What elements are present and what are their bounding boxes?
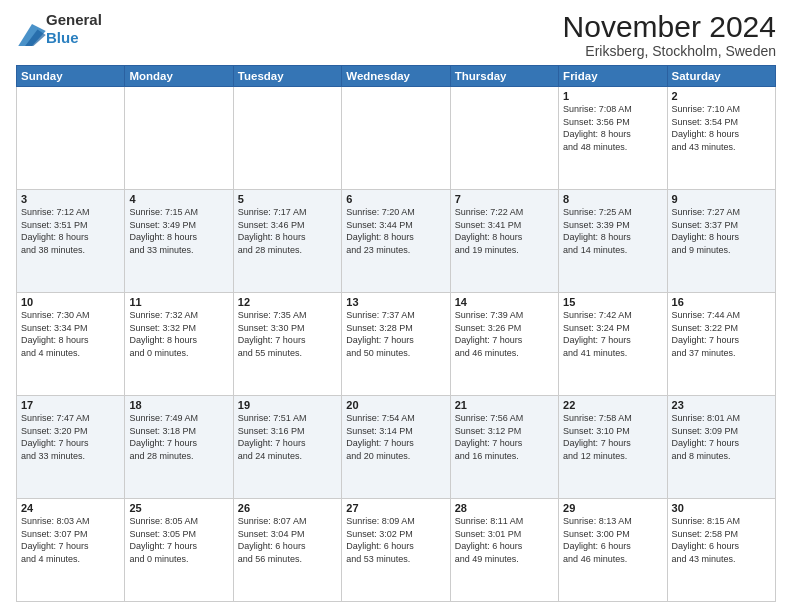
day-number: 5 — [238, 193, 337, 205]
logo-text: General Blue — [46, 10, 102, 46]
day-info: Sunrise: 7:15 AMSunset: 3:49 PMDaylight:… — [129, 206, 228, 256]
day-number: 17 — [21, 399, 120, 411]
day-number: 24 — [21, 502, 120, 514]
day-number: 13 — [346, 296, 445, 308]
day-number: 9 — [672, 193, 771, 205]
table-row: 26Sunrise: 8:07 AMSunset: 3:04 PMDayligh… — [233, 499, 341, 602]
table-row: 12Sunrise: 7:35 AMSunset: 3:30 PMDayligh… — [233, 293, 341, 396]
table-row: 28Sunrise: 8:11 AMSunset: 3:01 PMDayligh… — [450, 499, 558, 602]
day-info: Sunrise: 7:58 AMSunset: 3:10 PMDaylight:… — [563, 412, 662, 462]
day-info: Sunrise: 7:35 AMSunset: 3:30 PMDaylight:… — [238, 309, 337, 359]
table-row: 3Sunrise: 7:12 AMSunset: 3:51 PMDaylight… — [17, 190, 125, 293]
day-number: 11 — [129, 296, 228, 308]
day-info: Sunrise: 7:42 AMSunset: 3:24 PMDaylight:… — [563, 309, 662, 359]
calendar-week-row: 24Sunrise: 8:03 AMSunset: 3:07 PMDayligh… — [17, 499, 776, 602]
table-row: 14Sunrise: 7:39 AMSunset: 3:26 PMDayligh… — [450, 293, 558, 396]
col-wednesday: Wednesday — [342, 66, 450, 87]
day-info: Sunrise: 8:09 AMSunset: 3:02 PMDaylight:… — [346, 515, 445, 565]
table-row: 8Sunrise: 7:25 AMSunset: 3:39 PMDaylight… — [559, 190, 667, 293]
day-number: 23 — [672, 399, 771, 411]
calendar-week-row: 10Sunrise: 7:30 AMSunset: 3:34 PMDayligh… — [17, 293, 776, 396]
day-number: 3 — [21, 193, 120, 205]
day-info: Sunrise: 8:07 AMSunset: 3:04 PMDaylight:… — [238, 515, 337, 565]
day-info: Sunrise: 7:22 AMSunset: 3:41 PMDaylight:… — [455, 206, 554, 256]
day-number: 10 — [21, 296, 120, 308]
table-row — [450, 87, 558, 190]
table-row: 24Sunrise: 8:03 AMSunset: 3:07 PMDayligh… — [17, 499, 125, 602]
table-row: 23Sunrise: 8:01 AMSunset: 3:09 PMDayligh… — [667, 396, 775, 499]
col-thursday: Thursday — [450, 66, 558, 87]
day-info: Sunrise: 7:49 AMSunset: 3:18 PMDaylight:… — [129, 412, 228, 462]
table-row: 19Sunrise: 7:51 AMSunset: 3:16 PMDayligh… — [233, 396, 341, 499]
table-row: 21Sunrise: 7:56 AMSunset: 3:12 PMDayligh… — [450, 396, 558, 499]
day-number: 4 — [129, 193, 228, 205]
day-number: 8 — [563, 193, 662, 205]
day-info: Sunrise: 7:17 AMSunset: 3:46 PMDaylight:… — [238, 206, 337, 256]
table-row — [125, 87, 233, 190]
day-info: Sunrise: 7:27 AMSunset: 3:37 PMDaylight:… — [672, 206, 771, 256]
table-row: 9Sunrise: 7:27 AMSunset: 3:37 PMDaylight… — [667, 190, 775, 293]
table-row: 30Sunrise: 8:15 AMSunset: 2:58 PMDayligh… — [667, 499, 775, 602]
day-number: 7 — [455, 193, 554, 205]
table-row: 7Sunrise: 7:22 AMSunset: 3:41 PMDaylight… — [450, 190, 558, 293]
table-row: 27Sunrise: 8:09 AMSunset: 3:02 PMDayligh… — [342, 499, 450, 602]
table-row: 13Sunrise: 7:37 AMSunset: 3:28 PMDayligh… — [342, 293, 450, 396]
title-block: November 2024 Eriksberg, Stockholm, Swed… — [563, 10, 776, 59]
logo-blue: Blue — [46, 29, 79, 46]
day-number: 6 — [346, 193, 445, 205]
table-row: 4Sunrise: 7:15 AMSunset: 3:49 PMDaylight… — [125, 190, 233, 293]
table-row: 25Sunrise: 8:05 AMSunset: 3:05 PMDayligh… — [125, 499, 233, 602]
calendar-header-row: Sunday Monday Tuesday Wednesday Thursday… — [17, 66, 776, 87]
day-info: Sunrise: 8:15 AMSunset: 2:58 PMDaylight:… — [672, 515, 771, 565]
day-number: 1 — [563, 90, 662, 102]
day-info: Sunrise: 8:13 AMSunset: 3:00 PMDaylight:… — [563, 515, 662, 565]
day-number: 28 — [455, 502, 554, 514]
logo-general: General — [46, 11, 102, 28]
table-row: 18Sunrise: 7:49 AMSunset: 3:18 PMDayligh… — [125, 396, 233, 499]
table-row: 6Sunrise: 7:20 AMSunset: 3:44 PMDaylight… — [342, 190, 450, 293]
table-row: 10Sunrise: 7:30 AMSunset: 3:34 PMDayligh… — [17, 293, 125, 396]
table-row — [342, 87, 450, 190]
day-number: 21 — [455, 399, 554, 411]
day-info: Sunrise: 7:37 AMSunset: 3:28 PMDaylight:… — [346, 309, 445, 359]
day-info: Sunrise: 8:11 AMSunset: 3:01 PMDaylight:… — [455, 515, 554, 565]
day-number: 27 — [346, 502, 445, 514]
day-number: 16 — [672, 296, 771, 308]
day-number: 19 — [238, 399, 337, 411]
table-row: 11Sunrise: 7:32 AMSunset: 3:32 PMDayligh… — [125, 293, 233, 396]
day-number: 20 — [346, 399, 445, 411]
location: Eriksberg, Stockholm, Sweden — [563, 43, 776, 59]
day-number: 30 — [672, 502, 771, 514]
table-row: 20Sunrise: 7:54 AMSunset: 3:14 PMDayligh… — [342, 396, 450, 499]
day-info: Sunrise: 7:25 AMSunset: 3:39 PMDaylight:… — [563, 206, 662, 256]
page: General Blue November 2024 Eriksberg, St… — [0, 0, 792, 612]
table-row: 17Sunrise: 7:47 AMSunset: 3:20 PMDayligh… — [17, 396, 125, 499]
table-row: 2Sunrise: 7:10 AMSunset: 3:54 PMDaylight… — [667, 87, 775, 190]
day-info: Sunrise: 8:01 AMSunset: 3:09 PMDaylight:… — [672, 412, 771, 462]
day-info: Sunrise: 8:05 AMSunset: 3:05 PMDaylight:… — [129, 515, 228, 565]
day-number: 26 — [238, 502, 337, 514]
day-info: Sunrise: 7:39 AMSunset: 3:26 PMDaylight:… — [455, 309, 554, 359]
calendar: Sunday Monday Tuesday Wednesday Thursday… — [16, 65, 776, 602]
col-saturday: Saturday — [667, 66, 775, 87]
logo: General Blue — [16, 10, 102, 46]
day-info: Sunrise: 7:12 AMSunset: 3:51 PMDaylight:… — [21, 206, 120, 256]
month-title: November 2024 — [563, 10, 776, 43]
day-number: 2 — [672, 90, 771, 102]
calendar-week-row: 3Sunrise: 7:12 AMSunset: 3:51 PMDaylight… — [17, 190, 776, 293]
table-row: 5Sunrise: 7:17 AMSunset: 3:46 PMDaylight… — [233, 190, 341, 293]
header: General Blue November 2024 Eriksberg, St… — [16, 10, 776, 59]
day-number: 14 — [455, 296, 554, 308]
table-row — [17, 87, 125, 190]
day-info: Sunrise: 7:08 AMSunset: 3:56 PMDaylight:… — [563, 103, 662, 153]
day-info: Sunrise: 7:32 AMSunset: 3:32 PMDaylight:… — [129, 309, 228, 359]
day-info: Sunrise: 7:51 AMSunset: 3:16 PMDaylight:… — [238, 412, 337, 462]
day-number: 12 — [238, 296, 337, 308]
table-row — [233, 87, 341, 190]
table-row: 16Sunrise: 7:44 AMSunset: 3:22 PMDayligh… — [667, 293, 775, 396]
day-number: 25 — [129, 502, 228, 514]
table-row: 29Sunrise: 8:13 AMSunset: 3:00 PMDayligh… — [559, 499, 667, 602]
day-number: 29 — [563, 502, 662, 514]
col-friday: Friday — [559, 66, 667, 87]
col-sunday: Sunday — [17, 66, 125, 87]
